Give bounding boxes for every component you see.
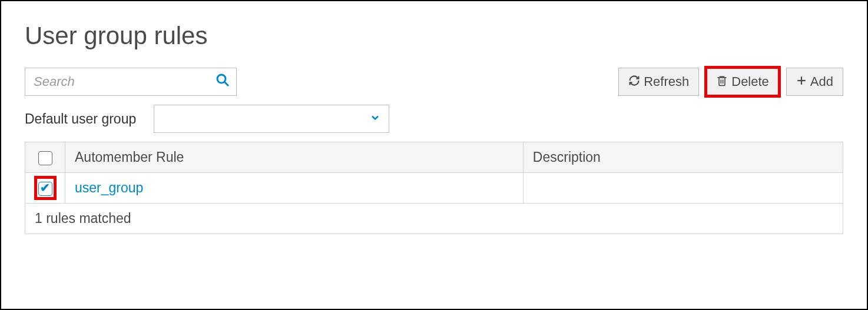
svg-line-1 (224, 82, 228, 86)
table-header-row: Automember Rule Description (25, 142, 843, 173)
description-header: Description (523, 142, 843, 173)
rule-header: Automember Rule (65, 142, 524, 173)
action-buttons: Refresh Delete Add (618, 68, 843, 96)
refresh-icon (628, 75, 640, 89)
trash-icon (716, 75, 728, 89)
refresh-button[interactable]: Refresh (618, 68, 699, 96)
search-input[interactable] (25, 68, 237, 96)
select-all-checkbox[interactable] (38, 151, 52, 165)
row-checkbox-highlight (37, 179, 54, 197)
toolbar: Refresh Delete Add (25, 68, 843, 96)
row-description-cell (523, 173, 843, 204)
search-icon[interactable] (216, 73, 230, 91)
row-checkbox-cell (25, 173, 65, 204)
default-group-label: Default user group (25, 111, 136, 127)
plus-icon (796, 75, 807, 89)
row-rule-cell: user_group (65, 173, 524, 204)
delete-button[interactable]: Delete (706, 68, 779, 96)
svg-point-0 (217, 75, 226, 83)
rules-matched-label: 1 rules matched (25, 204, 843, 234)
row-checkbox[interactable] (38, 182, 52, 196)
add-label: Add (810, 74, 833, 89)
select-all-header (25, 142, 65, 173)
delete-label: Delete (731, 74, 769, 89)
table-row: user_group (25, 173, 843, 204)
rules-table: Automember Rule Description user_group 1… (25, 142, 843, 234)
add-button[interactable]: Add (786, 68, 843, 96)
page-title: User group rules (25, 22, 843, 50)
refresh-label: Refresh (644, 74, 689, 89)
table-footer-row: 1 rules matched (25, 204, 843, 234)
default-group-select[interactable] (154, 105, 389, 133)
rule-link[interactable]: user_group (75, 180, 143, 195)
default-group-row: Default user group (25, 105, 843, 133)
default-group-select-wrapper (154, 105, 389, 133)
search-wrapper (25, 68, 237, 96)
